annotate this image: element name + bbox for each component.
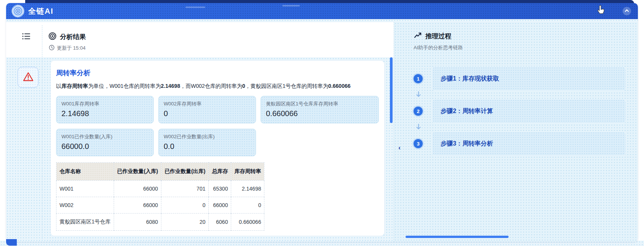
reasoning-panel: 推理过程 AI助手的分析思考链路 1 步骤1：库存现状获取: [394, 22, 638, 242]
rail-divider: [42, 25, 42, 239]
step-arrow-down-icon: [414, 91, 627, 99]
table-header-cell: 已作业数量(入库): [114, 163, 161, 181]
main-content: 分析结果 更新于 15:04 周转率分析 以库存周转率为单位，W001仓库的周转…: [6, 22, 638, 242]
turnover-table: 仓库名称 已作业数量(入库) 已作业数量(出库) 总库存 库存周转率 W001 …: [56, 162, 264, 231]
header-gap-strip: [6, 19, 638, 22]
step-arrow-down-icon: [414, 123, 627, 131]
metric-label: W002已作业数量(出库): [164, 133, 251, 140]
metric-label: W001已作业数量(入库): [61, 133, 148, 140]
metric-value: 2.14698: [61, 109, 148, 118]
metric-card: W001已作业数量(入库) 66000.0: [56, 129, 154, 156]
table-cell: 701: [161, 181, 209, 197]
horizontal-scrollbar-thumb[interactable]: [406, 236, 509, 238]
mouse-cursor-icon: [596, 5, 605, 18]
table-header-cell: 库存周转率: [231, 163, 264, 181]
list-icon: [22, 36, 31, 42]
collapse-panel-button[interactable]: ‹: [395, 143, 404, 153]
header-decor-dash: [185, 6, 205, 8]
warning-triangle-icon: [23, 71, 34, 83]
header-decor-dash: [282, 5, 300, 6]
chevron-up-icon: [624, 8, 630, 15]
metric-card: W002已作业数量(出库) 0.0: [158, 129, 256, 156]
analysis-card: 周转率分析 以库存周转率为单位，W001仓库的周转率为2.14698，而W002…: [50, 60, 385, 236]
app-logo-icon: [11, 5, 24, 18]
warning-button[interactable]: [18, 67, 39, 88]
table-cell: W002: [56, 197, 114, 214]
table-cell: W001: [56, 181, 114, 197]
table-cell: 66000: [114, 197, 161, 214]
step-row: 1 步骤1：库存现状获取: [414, 66, 627, 91]
step-row: 3 步骤3：周转率分析: [414, 131, 627, 156]
header-collapse-button[interactable]: [623, 7, 631, 15]
app-title: 全链AI: [28, 3, 53, 19]
updated-at: 更新于 15:04: [49, 45, 85, 52]
analysis-section-title: 分析结果: [60, 32, 86, 41]
reasoning-steps: 1 步骤1：库存现状获取 2 步骤2：周转率计算: [414, 66, 627, 156]
table-cell: 黄舣园区南区1号仓库: [56, 214, 114, 231]
metric-card: 黄舣园区南区1号仓库库存周转率 0.660066: [261, 96, 379, 123]
table-cell: 2.14698: [231, 181, 264, 197]
step-number-badge: 3: [414, 139, 423, 148]
metric-value: 66000.0: [61, 142, 148, 151]
vertical-scrollbar-thumb[interactable]: [390, 57, 393, 123]
metric-value: 0: [164, 109, 251, 118]
metric-card: W002库存周转率 0: [158, 96, 256, 123]
page: 全链AI: [0, 0, 644, 246]
app-window: 全链AI: [6, 3, 638, 242]
bottom-left-accent: [6, 239, 17, 246]
step-title: 步骤3：周转率分析: [441, 140, 493, 148]
table-header-cell: 仓库名称: [56, 163, 114, 181]
table-cell: 6080: [114, 214, 161, 231]
step-number-badge: 2: [414, 107, 423, 116]
app-header: 全链AI: [6, 3, 638, 19]
metric-card: W001库存周转率 2.14698: [56, 96, 154, 123]
step-card[interactable]: 步骤3：周转率分析: [432, 131, 626, 156]
table-header-cell: 已作业数量(出库): [161, 163, 209, 181]
reasoning-header: 推理过程 AI助手的分析思考链路: [414, 31, 463, 51]
table-header-row: 仓库名称 已作业数量(入库) 已作业数量(出库) 总库存 库存周转率: [56, 163, 264, 181]
analysis-summary: 以库存周转率为单位，W001仓库的周转率为2.14698，而W002仓库的周转率…: [56, 83, 379, 90]
step-title: 步骤2：周转率计算: [441, 107, 493, 115]
table-cell: 6060: [209, 214, 231, 231]
table-row: 黄舣园区南区1号仓库 6080 20 6060 0.660066: [56, 214, 264, 231]
trending-up-icon: [414, 31, 422, 40]
clock-icon: [49, 45, 55, 52]
table-cell: 20: [161, 214, 209, 231]
table-header-cell: 总库存: [209, 163, 231, 181]
table-cell: 0: [161, 197, 209, 214]
metric-value: 0.660066: [266, 109, 374, 118]
metric-label: W002库存周转率: [164, 100, 251, 107]
outline-list-button[interactable]: [20, 31, 33, 43]
metric-cards-grid: W001库存周转率 2.14698 W002库存周转率 0 黄舣园区南区1号仓库…: [56, 96, 379, 156]
reasoning-subtitle: AI助手的分析思考链路: [414, 44, 463, 51]
table-cell: 65300: [209, 181, 231, 197]
table-row: W002 66000 0 66000 0: [56, 197, 264, 214]
table-cell: 0: [231, 197, 264, 214]
reasoning-title: 推理过程: [425, 32, 451, 40]
table-cell: 66000: [114, 181, 161, 197]
step-number-badge: 1: [414, 74, 423, 83]
step-row: 2 步骤2：周转率计算: [414, 99, 627, 123]
metric-label: W001库存周转率: [61, 100, 148, 107]
updated-at-text: 更新于 15:04: [57, 45, 85, 52]
table-row: W001 66000 701 65300 2.14698: [56, 181, 264, 197]
metric-label: 黄舣园区南区1号仓库库存周转率: [266, 100, 374, 107]
table-cell: 0.660066: [231, 214, 264, 231]
step-card[interactable]: 步骤2：周转率计算: [432, 99, 626, 123]
analysis-section-header: 分析结果: [48, 32, 86, 42]
metric-value: 0.0: [164, 142, 251, 151]
step-title: 步骤1：库存现状获取: [441, 75, 499, 83]
analysis-card-title: 周转率分析: [56, 68, 379, 78]
target-icon: [48, 32, 56, 42]
table-cell: 66000: [209, 197, 231, 214]
step-card[interactable]: 步骤1：库存现状获取: [432, 66, 626, 91]
